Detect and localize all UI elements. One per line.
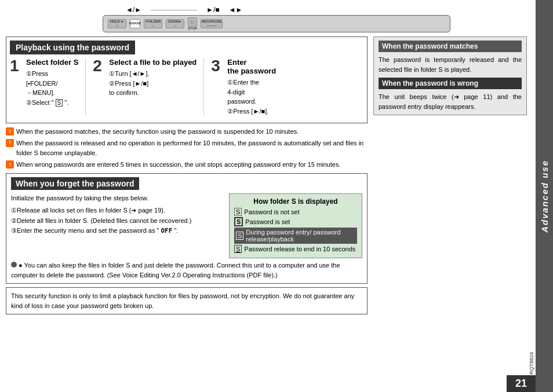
main-area: Playback using the password 1 Select fol…: [6, 36, 547, 314]
arrow-left-right: ◄/►: [126, 6, 141, 14]
info-icon-2: !: [6, 139, 14, 147]
device-illustration: ◄/► ►/■ ◄► HOLD ►··· ERASE •FOLDER··· ZO…: [97, 5, 456, 36]
playback-header: Playback using the password: [10, 41, 135, 54]
step-1-content: Select folder S ①Press [•FOLDER/ －MENU].…: [26, 58, 78, 116]
forget-section: When you forget the password Initialize …: [6, 173, 368, 284]
info-notes: ! When the password matches, the securit…: [6, 127, 368, 170]
advanced-label: Advanced use: [540, 160, 550, 233]
step-1: 1 Select folder S ①Press [•FOLDER/ －MENU…: [10, 58, 78, 116]
step-2-line-1: ①Turn [◄/►].: [109, 69, 197, 79]
playback-section: Playback using the password 1 Select fol…: [6, 36, 368, 123]
step-2-details: ①Turn [◄/►]. ②Press [►/■] to confirm.: [109, 69, 197, 98]
step-3-number: 3: [211, 58, 224, 116]
bottom-disclaimer: This security function is only to limit …: [6, 287, 368, 314]
password-matches-header: When the password matches: [379, 41, 522, 52]
info-text-2: When the password is released and no ope…: [16, 138, 368, 159]
step-3-line-3: password.: [227, 97, 276, 107]
step-divider-2: [203, 58, 204, 116]
step-1-title: Select folder S: [26, 58, 78, 67]
folder-item-1: S Password is not set: [234, 208, 357, 216]
page-container: ◄/► ►/■ ◄► HOLD ►··· ERASE •FOLDER··· ZO…: [0, 0, 553, 392]
password-matches-box: When the password matches The password i…: [373, 36, 527, 115]
dot-icon: [11, 262, 17, 268]
step-1-line-1: ①Press: [26, 69, 78, 79]
rec-pause-button: REC/PAUSE———: [201, 19, 223, 28]
arrow-skip: ◄►: [229, 6, 243, 14]
folder-icon-3: S: [236, 232, 243, 240]
step-3-line-1: ①Enter the: [227, 78, 276, 87]
device-arrows: ◄/► ►/■ ◄►: [126, 6, 242, 14]
stop-button: □ STOP: [188, 17, 197, 30]
folder-item-label-4: Password release to end in 10 seconds: [244, 246, 355, 252]
right-section: When the password matches The password i…: [373, 36, 527, 314]
page-number: 21: [507, 375, 536, 392]
password-wrong-header: When the password is wrong: [379, 78, 522, 89]
forget-header: When you forget the password: [11, 177, 139, 190]
folder-item-label-2: Password is set: [245, 218, 290, 225]
step-3-line-4: ②Press [►/■].: [227, 107, 276, 116]
step-2-line-2: ②Press [►/■]: [109, 79, 197, 89]
forget-step-3: ③Enter the security menu and set the pas…: [11, 226, 223, 236]
erase-button: ERASE: [130, 19, 140, 28]
folder-item-4: S Password release to end in 10 seconds: [234, 245, 357, 253]
folder-button: •FOLDER···: [144, 19, 162, 28]
step-divider-1: [85, 58, 86, 116]
step-3-details: ①Enter the 4-digit password. ②Press [►/■…: [227, 78, 276, 116]
erase-btn-body: ERASE: [130, 19, 140, 28]
steps-row: 1 Select folder S ①Press [•FOLDER/ －MENU…: [10, 58, 362, 116]
info-icon-3: !: [6, 160, 14, 168]
advanced-sidebar: Advanced use: [536, 0, 553, 392]
left-content: Playback using the password 1 Select fol…: [6, 36, 368, 314]
folder-btn-body: •FOLDER···: [144, 19, 162, 28]
folder-item-label-1: Password is not set: [244, 208, 299, 215]
zoom-button: ZOOM►···: [166, 19, 184, 28]
step-2-number: 2: [93, 58, 105, 116]
info-text-1: When the password matches, the security …: [16, 127, 299, 137]
step-1-detail-1: ①Press [•FOLDER/ －MENU]. ②Select " S ".: [26, 69, 78, 107]
forget-note: ● You can also keep the files in folder …: [11, 261, 362, 280]
step-1-line-2: [•FOLDER/: [26, 79, 78, 89]
disclaimer-text: This security function is only to limit …: [11, 292, 354, 309]
zoom-btn-body: ZOOM►···: [166, 19, 184, 28]
password-wrong-text: The unit beeps twice (➜ page 11) and the…: [379, 92, 522, 111]
device-body: HOLD ►··· ERASE •FOLDER··· ZOOM►··· □ ST…: [103, 15, 450, 32]
step-2-line-3: to confirm.: [109, 88, 197, 98]
forget-content: Initialize the password by taking the st…: [11, 193, 362, 258]
step-1-line-3: －MENU].: [26, 88, 78, 98]
arrow-play-stop: ►/■: [206, 6, 219, 14]
forget-step-1: ①Release all locks set on files in folde…: [11, 206, 223, 216]
step-2-title: Select a file to be played: [109, 58, 197, 67]
forget-step-2: ②Delete all files in folder S. (Deleted …: [11, 216, 223, 226]
rec-btn-body: REC/PAUSE———: [201, 19, 223, 28]
forget-left: Initialize the password by taking the st…: [11, 193, 223, 258]
hold-button: HOLD ►···: [108, 19, 126, 28]
info-text-3: When wrong passwords are entered 5 times…: [16, 160, 340, 170]
forget-intro: Initialize the password by taking the st…: [11, 193, 223, 204]
folder-icon-4: S: [234, 245, 242, 253]
stop-btn-body: □: [188, 17, 197, 27]
info-note-2: ! When the password is released and no o…: [6, 138, 368, 159]
folder-item-label-3: During password entry/ password release/…: [246, 229, 355, 243]
folder-icon-2: S: [234, 217, 243, 226]
folder-item-3: S During password entry/ password releas…: [234, 228, 357, 244]
rqt-number: RQT8824: [529, 352, 534, 375]
info-icon-1: !: [6, 127, 14, 135]
folder-icon-1: S: [234, 208, 242, 216]
hold-btn-body: HOLD ►···: [108, 19, 126, 28]
step-3-title: Enterthe password: [227, 58, 276, 75]
password-matches-text: The password is temporarily released and…: [379, 55, 522, 74]
info-note-3: ! When wrong passwords are entered 5 tim…: [6, 160, 368, 170]
step-1-number: 1: [10, 58, 23, 116]
folder-display-header: How folder S is displayed: [234, 197, 357, 206]
content-row: Playback using the password 1 Select fol…: [6, 36, 527, 314]
step-2-content: Select a file to be played ①Turn [◄/►]. …: [109, 58, 197, 116]
folder-item-2: S Password is set: [234, 217, 357, 226]
folder-display-box: How folder S is displayed S Password is …: [229, 193, 362, 258]
step-3-content: Enterthe password ①Enter the 4-digit pas…: [227, 58, 276, 116]
step-2: 2 Select a file to be played ①Turn [◄/►]…: [93, 58, 197, 116]
info-note-1: ! When the password matches, the securit…: [6, 127, 368, 137]
forget-note-text: ● You can also keep the files in folder …: [11, 262, 340, 279]
step-3-line-2: 4-digit: [227, 87, 276, 97]
step-1-line-4: ②Select " S ".: [26, 98, 78, 108]
step-3: 3 Enterthe password ①Enter the 4-digit p…: [211, 58, 276, 116]
